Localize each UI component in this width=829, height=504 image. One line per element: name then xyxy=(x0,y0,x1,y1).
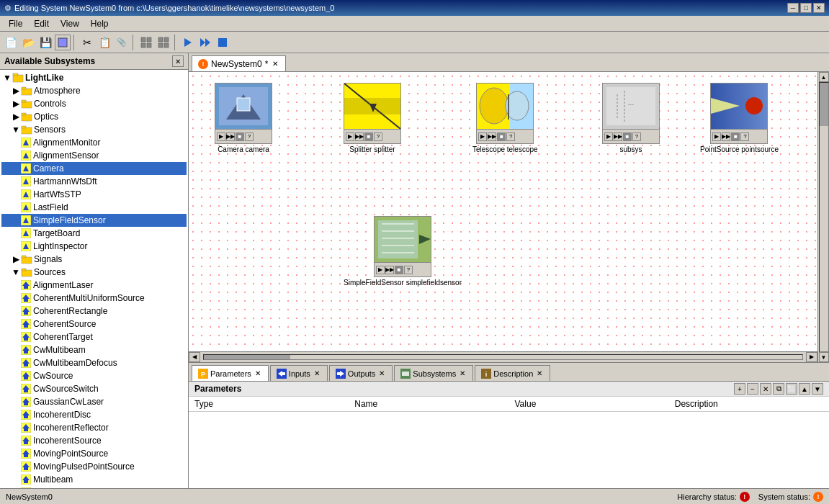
component-telescope[interactable]: ▶ ▶▶ ■ ? Telescope telescope xyxy=(472,83,538,153)
params-copy-button[interactable]: ⧉ xyxy=(773,383,784,395)
tab-description[interactable]: i Description ✕ xyxy=(475,365,550,381)
toolbar-copy[interactable]: 📋 xyxy=(97,35,112,50)
tree-item-sensors[interactable]: ▼ Sensors xyxy=(1,123,187,136)
tree-item-coherentmulti[interactable]: CoherentMultiUniformSource xyxy=(1,292,187,305)
inputs-tab-close[interactable]: ✕ xyxy=(313,369,321,377)
component-splitter[interactable]: ▶ ▶▶ ■ ? Splitter splitter xyxy=(344,83,401,153)
toolbar-stop[interactable] xyxy=(215,35,230,50)
pointsource-btn3[interactable]: ■ xyxy=(731,132,740,141)
menu-view[interactable]: View xyxy=(55,17,85,30)
tree-item-gaussiancwlaser[interactable]: GaussianCwLaser xyxy=(1,395,187,408)
pointsource-toolbar[interactable]: ▶ ▶▶ ■ ? xyxy=(710,130,768,144)
tab-inputs[interactable]: Inputs ✕ xyxy=(270,365,328,381)
tree-item-simplefieldsensor[interactable]: SimpleFieldSensor xyxy=(1,214,187,227)
camera-btn1[interactable]: ▶ xyxy=(217,132,225,141)
params-paste-button[interactable]: ⬜ xyxy=(786,383,797,395)
params-up-button[interactable]: ▲ xyxy=(799,383,810,395)
toolbar-grid2[interactable] xyxy=(156,35,171,50)
tree-item-cwmultibeamdefocus[interactable]: CwMultibeamDefocus xyxy=(1,356,187,369)
component-camera[interactable]: ▶ ▶▶ ■ ? Camera camera xyxy=(215,83,272,153)
tree-item-movingpulsedpointsource[interactable]: MovingPulsedPointSource xyxy=(1,460,187,473)
toolbar-new[interactable]: 📄 xyxy=(3,35,19,50)
subsys-btn1[interactable]: ▶ xyxy=(604,132,613,141)
tree-item-incoherentdisc[interactable]: IncoherentDisc xyxy=(1,408,187,421)
pointsource-btn1[interactable]: ▶ xyxy=(712,132,721,141)
tree-item-multibeam[interactable]: Multibeam xyxy=(1,473,187,486)
vscroll-down-arrow[interactable]: ▼ xyxy=(819,352,829,362)
telescope-btn3[interactable]: ■ xyxy=(497,132,506,141)
canvas-tab-close[interactable]: ✕ xyxy=(271,60,279,68)
tab-subsystems[interactable]: Subsystems ✕ xyxy=(394,365,473,381)
camera-btn4[interactable]: ? xyxy=(245,132,254,141)
tree-item-lastfield[interactable]: LastField xyxy=(1,201,187,214)
parameters-tab-close[interactable]: ✕ xyxy=(254,369,262,377)
vscroll-up-arrow[interactable]: ▲ xyxy=(819,72,829,82)
description-tab-close[interactable]: ✕ xyxy=(535,369,544,377)
tree-item-hartmannwfsdft[interactable]: HartmannWfsDft xyxy=(1,175,187,188)
subsys-btn4[interactable]: ? xyxy=(632,132,641,141)
tree-item-incoherentreflector[interactable]: IncoherentReflector xyxy=(1,421,187,434)
toolbar-paste[interactable]: 📎 xyxy=(114,35,130,50)
tree-item-coherentrectangle[interactable]: CoherentRectangle xyxy=(1,305,187,318)
camera-btn3[interactable]: ■ xyxy=(236,132,244,141)
tree-item-controls[interactable]: ▶ Controls xyxy=(1,97,187,110)
camera-btn2[interactable]: ▶▶ xyxy=(226,132,235,141)
component-subsys[interactable]: ... ▶ ▶▶ ■ ? subsys xyxy=(602,83,660,153)
simplefieldsensor-btn3[interactable]: ■ xyxy=(395,266,403,274)
tree-item-cwsourceswitch[interactable]: CwSourceSwitch xyxy=(1,382,187,395)
component-simplefieldsensor[interactable]: ▶ ▶▶ ■ ? SimpleFieldSensor simplefieldse… xyxy=(344,216,462,287)
tree-item-targetboard[interactable]: TargetBoard xyxy=(1,227,187,240)
menu-help[interactable]: Help xyxy=(85,17,115,30)
subsys-btn3[interactable]: ■ xyxy=(623,132,632,141)
subsystems-tab-close[interactable]: ✕ xyxy=(458,369,467,377)
maximize-button[interactable]: □ xyxy=(800,3,812,13)
params-down-button[interactable]: ▼ xyxy=(812,383,823,395)
toolbar-play[interactable] xyxy=(180,35,196,50)
tree-item-alignmentlaser[interactable]: AlignmentLaser xyxy=(1,279,187,292)
subsys-btn2[interactable]: ▶▶ xyxy=(614,132,622,141)
canvas-tab-newsystem0[interactable]: ! NewSystem0 * ✕ xyxy=(192,55,286,71)
pointsource-btn2[interactable]: ▶▶ xyxy=(722,132,730,141)
canvas-vscroll[interactable]: ▲ ▼ xyxy=(817,72,829,362)
splitter-btn3[interactable]: ■ xyxy=(364,132,373,141)
tree-item-coherenttarget[interactable]: CoherentTarget xyxy=(1,330,187,343)
subsys-toolbar[interactable]: ▶ ▶▶ ■ ? xyxy=(602,130,660,144)
menu-edit[interactable]: Edit xyxy=(28,17,55,30)
lightlike-expander[interactable]: ▼ xyxy=(3,73,12,82)
sources-expander[interactable]: ▼ xyxy=(12,268,20,276)
vscroll-thumb[interactable] xyxy=(820,83,828,126)
canvas-grid[interactable]: ▶ ▶▶ ■ ? Camera camera xyxy=(189,72,817,351)
tree-item-multibeamdefocus[interactable]: MultibeamDefocus xyxy=(1,486,187,488)
simplefieldsensor-btn4[interactable]: ? xyxy=(404,266,413,274)
tree-item-cwsource[interactable]: CwSource xyxy=(1,369,187,382)
tree-item-alignmentmonitor[interactable]: AlignmentMonitor xyxy=(1,136,187,149)
close-button[interactable]: ✕ xyxy=(813,3,825,13)
toolbar-cut[interactable]: ✂ xyxy=(79,35,95,50)
subsystems-tree[interactable]: ▼ LightLike ▶ Atmosphere ▶ xyxy=(0,70,188,488)
pointsource-btn4[interactable]: ? xyxy=(740,132,749,141)
splitter-btn2[interactable]: ▶▶ xyxy=(355,132,364,141)
tree-item-atmosphere[interactable]: ▶ Atmosphere xyxy=(1,84,187,97)
toolbar-open[interactable]: 📂 xyxy=(20,35,36,50)
tree-item-cwmultibeam[interactable]: CwMultibeam xyxy=(1,343,187,356)
tree-item-incoherentsource[interactable]: IncoherentSource xyxy=(1,434,187,447)
telescope-btn4[interactable]: ? xyxy=(506,132,515,141)
params-remove-button[interactable]: − xyxy=(747,383,758,395)
tree-item-lightinspector[interactable]: LightInspector xyxy=(1,240,187,253)
minimize-button[interactable]: ─ xyxy=(787,3,799,13)
hscroll-right-arrow[interactable]: ▶ xyxy=(806,352,817,362)
atmosphere-expander[interactable]: ▶ xyxy=(12,86,20,95)
signals-expander[interactable]: ▶ xyxy=(12,255,20,264)
params-clear-button[interactable]: ✕ xyxy=(760,383,771,395)
splitter-btn4[interactable]: ? xyxy=(374,132,382,141)
tree-item-camera[interactable]: Camera xyxy=(1,162,187,175)
splitter-btn1[interactable]: ▶ xyxy=(346,132,354,141)
tree-item-alignmentsensor[interactable]: AlignmentSensor xyxy=(1,149,187,162)
tree-item-movingpointsource[interactable]: MovingPointSource xyxy=(1,447,187,460)
telescope-btn1[interactable]: ▶ xyxy=(478,132,487,141)
panel-close-button[interactable]: ✕ xyxy=(172,55,184,67)
toolbar-block1[interactable] xyxy=(55,35,71,50)
hscroll-left-arrow[interactable]: ◀ xyxy=(189,352,200,362)
toolbar-grid1[interactable] xyxy=(138,35,154,50)
canvas-hscroll[interactable]: ◀ ▶ xyxy=(189,351,817,362)
